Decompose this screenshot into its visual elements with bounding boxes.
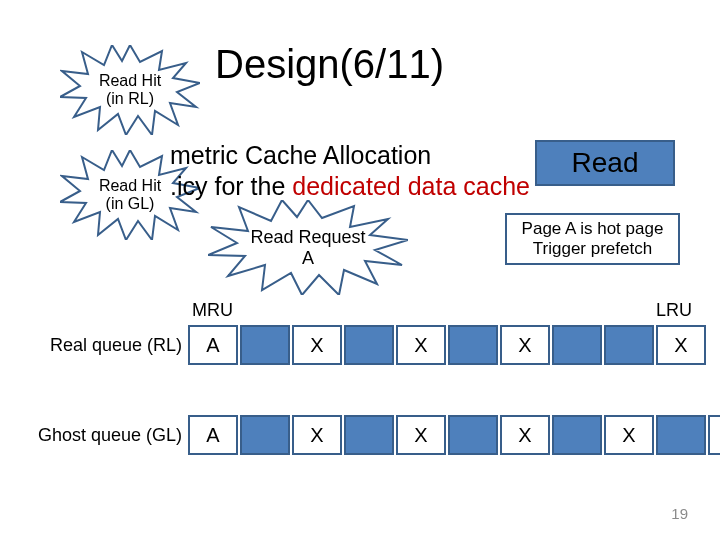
note-line2: Trigger prefetch	[522, 239, 664, 259]
queue-cell: X	[396, 325, 446, 365]
page-title: Design(6/11)	[215, 42, 444, 87]
section-heading: metric Cache Allocation .icy for the ded…	[170, 140, 530, 203]
real-queue-label: Real queue (RL)	[42, 335, 182, 356]
mru-label: MRU	[192, 300, 233, 321]
heading-line1: metric Cache Allocation	[170, 141, 431, 169]
queue-cell	[656, 415, 706, 455]
starburst-rl-line1: Read Hit	[99, 72, 161, 90]
queue-cell	[240, 415, 290, 455]
real-queue: AXXXX	[188, 325, 706, 365]
queue-cell	[604, 325, 654, 365]
page-number: 19	[671, 505, 688, 522]
queue-cell: A	[188, 415, 238, 455]
queue-cell: X	[396, 415, 446, 455]
queue-cell	[344, 325, 394, 365]
starburst-rl-line2: (in RL)	[99, 90, 161, 108]
queue-cell: X	[292, 325, 342, 365]
queue-cell	[240, 325, 290, 365]
queue-cell: X	[656, 325, 706, 365]
heading-line2a: .icy for the	[170, 172, 292, 200]
queue-cell: X	[708, 415, 720, 455]
note-box: Page A is hot page Trigger prefetch	[505, 213, 680, 265]
note-line1: Page A is hot page	[522, 219, 664, 239]
read-box: Read	[535, 140, 675, 186]
queue-cell: X	[500, 415, 550, 455]
queue-cell: A	[188, 325, 238, 365]
starburst-gl-line2: (in GL)	[99, 195, 161, 213]
queue-cell: X	[500, 325, 550, 365]
starburst-req-line1: Read Request	[250, 227, 365, 248]
queue-cell	[448, 325, 498, 365]
starburst-gl-line1: Read Hit	[99, 177, 161, 195]
queue-cell	[344, 415, 394, 455]
queue-cell: X	[292, 415, 342, 455]
queue-cell	[448, 415, 498, 455]
ghost-queue: AXXXXX	[188, 415, 720, 455]
queue-cell	[552, 415, 602, 455]
starburst-read-hit-rl: Read Hit (in RL)	[60, 45, 200, 135]
starburst-req-line2: A	[250, 248, 365, 269]
queue-cell	[552, 325, 602, 365]
queue-cell: X	[604, 415, 654, 455]
lru-label: LRU	[656, 300, 692, 321]
starburst-read-request: Read Request A	[208, 200, 408, 295]
heading-line2b: dedicated data cache	[292, 172, 530, 200]
ghost-queue-label: Ghost queue (GL)	[22, 425, 182, 446]
